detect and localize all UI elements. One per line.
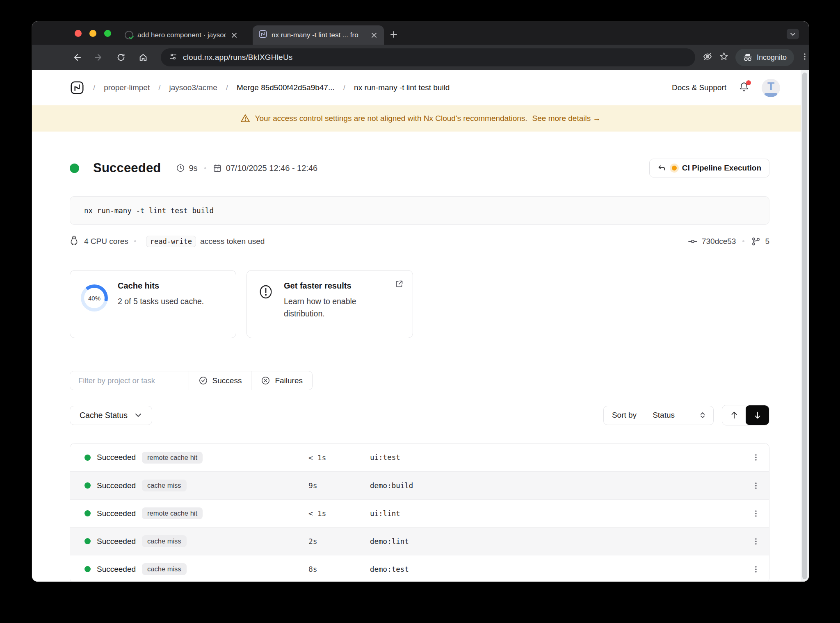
- task-duration: < 1s: [308, 509, 370, 518]
- calendar-icon: [213, 164, 222, 173]
- row-menu-icon[interactable]: [743, 537, 769, 546]
- table-row[interactable]: Succeededcache miss 2s demo:lint: [70, 527, 769, 555]
- pipeline-status-dot: [672, 166, 677, 171]
- tab-strip: add hero component · jaysoo nx run-many …: [32, 21, 809, 45]
- url-bar[interactable]: cloud.nx.app/runs/BkIXGHleUs: [161, 48, 695, 66]
- tab-title: nx run-many -t lint test ... fro: [272, 31, 366, 39]
- tab-close-icon[interactable]: [370, 31, 378, 39]
- commit-icon: [688, 236, 698, 246]
- status-dot: [84, 482, 91, 489]
- browser-menu-icon[interactable]: [801, 52, 809, 62]
- cache-status-badge: remote cache hit: [142, 452, 203, 464]
- ci-pipeline-execution-button[interactable]: CI Pipeline Execution: [649, 159, 769, 177]
- status-dot: [84, 510, 91, 516]
- task-name[interactable]: demo:build: [370, 482, 743, 490]
- cpu-cores: 4 CPU cores: [84, 237, 128, 246]
- faster-results-subtitle: Learn how to enable distribution.: [284, 295, 386, 320]
- filter-failures-button[interactable]: Failures: [251, 371, 312, 390]
- row-menu-icon[interactable]: [743, 482, 769, 490]
- run-timerange: 07/10/2025 12:46 - 12:46: [226, 164, 318, 173]
- table-row[interactable]: Succeededcache miss 8s demo:test: [70, 555, 769, 582]
- row-menu-icon[interactable]: [743, 509, 769, 518]
- eye-off-icon[interactable]: [703, 52, 712, 63]
- bookmark-star-icon[interactable]: [719, 52, 729, 63]
- notification-dot: [746, 80, 751, 85]
- sort-group: Sort by Status: [603, 406, 714, 425]
- sort-ascending-button[interactable]: [722, 405, 746, 425]
- access-token-suffix: access token used: [200, 237, 265, 246]
- x-circle-icon: [261, 376, 270, 385]
- notifications-bell-icon[interactable]: [739, 82, 749, 94]
- chevron-down-icon: [134, 411, 142, 419]
- cache-hits-title: Cache hits: [118, 281, 220, 291]
- home-button[interactable]: [135, 49, 152, 66]
- status-dot: [84, 455, 91, 461]
- scrollbar-thumb[interactable]: [802, 73, 807, 579]
- breadcrumb-commit[interactable]: Merge 85d500f42d5a9b47...: [237, 83, 335, 92]
- browser-window: add hero component · jaysoo nx run-many …: [32, 21, 809, 582]
- task-name[interactable]: demo:test: [370, 565, 743, 573]
- task-duration: 9s: [308, 481, 370, 490]
- task-filter-group: Success Failures: [70, 371, 313, 390]
- cache-status-badge: cache miss: [142, 480, 187, 491]
- scrollbar[interactable]: [801, 70, 809, 582]
- sort-by-label: Sort by: [604, 406, 645, 425]
- task-name[interactable]: ui:test: [370, 453, 743, 462]
- run-duration: 9s: [189, 164, 198, 173]
- forward-button[interactable]: [90, 49, 107, 66]
- zoom-window-button[interactable]: [104, 30, 111, 37]
- github-check-icon: [125, 31, 133, 39]
- task-filter-input[interactable]: [70, 371, 189, 390]
- row-menu-icon[interactable]: [743, 453, 769, 462]
- traffic-lights: [75, 30, 111, 37]
- table-row[interactable]: Succeededcache miss 9s demo:build: [70, 471, 769, 499]
- new-tab-button[interactable]: [390, 30, 398, 40]
- filter-success-button[interactable]: Success: [189, 371, 251, 390]
- breadcrumb-repo[interactable]: jaysoo3/acme: [169, 83, 217, 92]
- sort-direction-group: [722, 405, 769, 425]
- clock-icon: [176, 164, 185, 173]
- task-name[interactable]: ui:lint: [370, 509, 743, 518]
- back-button[interactable]: [68, 49, 85, 66]
- info-alert-icon: [258, 284, 274, 300]
- avatar[interactable]: T: [762, 79, 780, 97]
- tab-close-icon[interactable]: [230, 31, 238, 39]
- nx-logo-icon[interactable]: [70, 80, 84, 95]
- status-dot: [84, 538, 91, 544]
- task-duration: < 1s: [308, 453, 370, 462]
- incognito-badge: Incognito: [735, 49, 794, 66]
- close-window-button[interactable]: [75, 30, 82, 37]
- reload-button[interactable]: [112, 49, 130, 66]
- status-dot: [84, 566, 91, 572]
- select-chevrons-icon: [699, 411, 706, 419]
- banner-link[interactable]: See more details →: [532, 114, 601, 123]
- minimize-window-button[interactable]: [89, 30, 96, 37]
- branch-icon: [751, 236, 761, 246]
- sort-select[interactable]: Status: [645, 406, 713, 425]
- breadcrumb: / proper-limpet / jaysoo3/acme / Merge 8…: [70, 80, 672, 95]
- banner-text: Your access control settings are not ali…: [255, 114, 527, 123]
- task-name[interactable]: demo:lint: [370, 537, 743, 546]
- cache-hit-percent: 40%: [81, 284, 108, 312]
- faster-results-card[interactable]: Get faster results Learn how to enable d…: [247, 270, 413, 338]
- check-circle-icon: [199, 376, 208, 385]
- table-row[interactable]: Succeededremote cache hit < 1s ui:test: [70, 443, 769, 471]
- external-link-icon[interactable]: [395, 280, 404, 290]
- docs-support-link[interactable]: Docs & Support: [672, 83, 726, 92]
- cache-status-dropdown[interactable]: Cache Status: [70, 406, 152, 425]
- command-box: nx run-many -t lint test build: [70, 196, 769, 225]
- tab-search-button[interactable]: [787, 29, 799, 39]
- table-row[interactable]: Succeededremote cache hit < 1s ui:lint: [70, 499, 769, 527]
- row-menu-icon[interactable]: [743, 565, 769, 573]
- url-text: cloud.nx.app/runs/BkIXGHleUs: [183, 53, 293, 62]
- branch-run-count[interactable]: 5: [765, 237, 769, 246]
- sort-descending-button[interactable]: [746, 405, 769, 425]
- site-settings-icon[interactable]: [169, 52, 177, 62]
- breadcrumb-run[interactable]: nx run-many -t lint test build: [354, 83, 450, 92]
- task-duration: 8s: [308, 565, 370, 573]
- avatar-letter: T: [767, 80, 774, 93]
- tab-github-pr[interactable]: add hero component · jaysoo: [119, 25, 244, 45]
- commit-sha[interactable]: 730dce53: [702, 237, 736, 246]
- breadcrumb-workspace[interactable]: proper-limpet: [104, 83, 150, 92]
- tab-nx-run[interactable]: nx run-many -t lint test ... fro: [253, 25, 384, 45]
